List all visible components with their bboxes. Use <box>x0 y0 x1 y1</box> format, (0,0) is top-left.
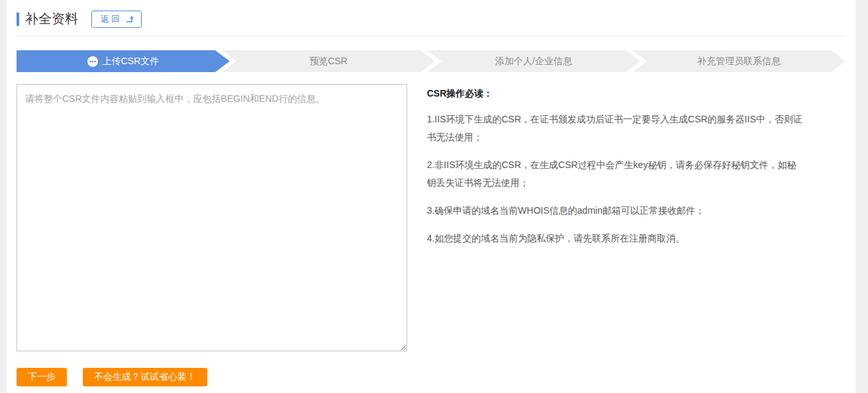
arrow-return-icon <box>126 15 134 23</box>
note-item: 2.非IIS环境生成的CSR，在生成CSR过程中会产生key秘钥，请务必保存好秘… <box>427 156 845 192</box>
next-step-button[interactable]: 下一步 <box>17 368 67 386</box>
step-admin-contact[interactable]: 补充管理员联系信息 <box>632 50 845 72</box>
step-label: 上传CSR文件 <box>103 56 160 67</box>
csr-input[interactable] <box>17 84 407 351</box>
step-preview-csr[interactable]: 预览CSR <box>222 50 435 72</box>
easy-install-button[interactable]: 不会生成？试试省心装！ <box>83 368 207 386</box>
content-area: CSR操作必读： 1.IIS环境下生成的CSR，在证书颁发成功后证书一定要导入生… <box>17 84 845 351</box>
csr-notes-panel: CSR操作必读： 1.IIS环境下生成的CSR，在证书颁发成功后证书一定要导入生… <box>427 84 845 257</box>
ellipsis-circle-icon <box>87 56 98 67</box>
step-label: 补充管理员联系信息 <box>697 56 781 67</box>
step-add-info[interactable]: 添加个人/企业信息 <box>427 50 640 72</box>
step-label: 添加个人/企业信息 <box>495 56 572 67</box>
note-item: 1.IIS环境下生成的CSR，在证书颁发成功后证书一定要导入生成CSR的服务器I… <box>427 110 845 146</box>
main-panel: 补全资料 返回 上传CSR文件 预 <box>7 0 855 393</box>
title-accent-bar <box>17 13 19 26</box>
back-button[interactable]: 返回 <box>91 11 142 28</box>
actions-bar: 下一步 不会生成？试试省心装！ <box>17 368 845 386</box>
step-label: 预览CSR <box>309 56 348 67</box>
note-item: 3.确保申请的域名当前WHOIS信息的admin邮箱可以正常接收邮件； <box>427 202 845 220</box>
back-button-label: 返回 <box>101 13 122 25</box>
notes-title: CSR操作必读： <box>427 88 845 100</box>
note-item: 4.如您提交的域名当前为隐私保护，请先联系所在注册商取消。 <box>427 230 845 247</box>
page-header: 补全资料 返回 <box>17 10 845 36</box>
page-title: 补全资料 <box>25 10 78 28</box>
step-upload-csr[interactable]: 上传CSR文件 <box>17 50 230 72</box>
wizard-stepper: 上传CSR文件 预览CSR 添加个人/企业信息 补充管理员联系信息 <box>17 50 845 72</box>
